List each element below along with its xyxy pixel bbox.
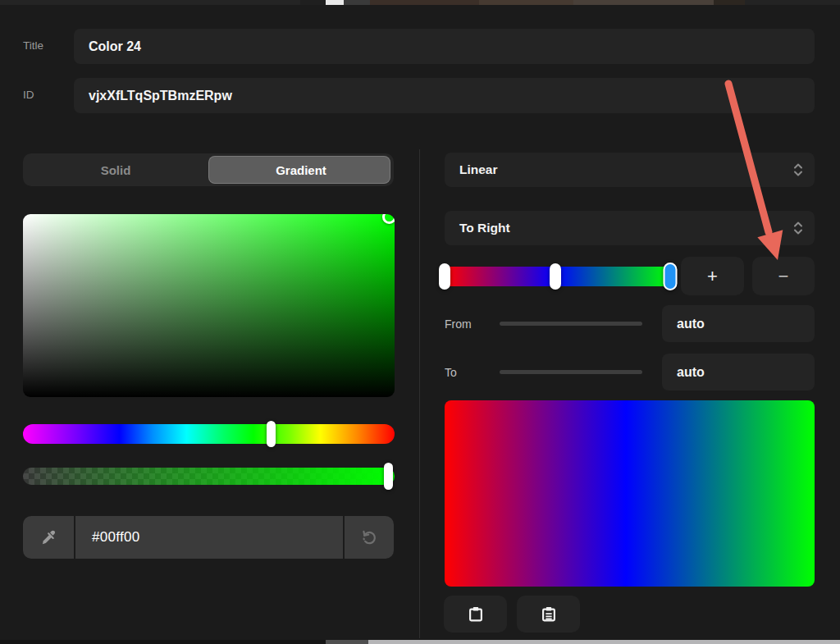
- hex-row: #00ff00: [23, 516, 394, 559]
- tab-gradient[interactable]: Gradient: [208, 153, 394, 186]
- color-editor-modal: Title Color 24 ID vjxXfLTqSpTBmzERpw Sol…: [0, 0, 840, 644]
- id-input[interactable]: vjxXfLTqSpTBmzERpw: [74, 78, 815, 113]
- add-stop-button[interactable]: +: [681, 257, 744, 295]
- mode-toggle: Solid Gradient: [23, 153, 394, 186]
- alpha-thumb[interactable]: [384, 463, 393, 490]
- alpha-slider[interactable]: [23, 468, 395, 485]
- top-edge-strip: [0, 0, 840, 5]
- to-slider[interactable]: [500, 370, 642, 374]
- plus-icon: +: [707, 266, 718, 287]
- saturation-picker[interactable]: [23, 214, 395, 397]
- bottom-edge-strip: [0, 640, 840, 644]
- title-label: Title: [23, 39, 43, 52]
- gradient-direction-select[interactable]: To Right: [445, 211, 815, 245]
- id-label: ID: [23, 89, 34, 101]
- chevron-updown-icon: [792, 221, 804, 236]
- gradient-direction-value: To Right: [459, 221, 510, 235]
- paste-button[interactable]: [517, 596, 580, 633]
- chevron-updown-icon: [792, 162, 804, 178]
- from-label: From: [445, 317, 472, 331]
- gradient-type-value: Linear: [459, 162, 498, 177]
- paste-icon: [540, 605, 558, 624]
- gradient-stop-track[interactable]: [445, 267, 670, 286]
- hex-input[interactable]: #00ff00: [75, 516, 343, 559]
- copy-icon: [467, 605, 485, 624]
- gradient-stop-thumb[interactable]: [664, 263, 678, 290]
- title-input[interactable]: Color 24: [74, 29, 815, 64]
- gradient-stop-thumb[interactable]: [439, 263, 450, 290]
- tab-gradient-label: Gradient: [276, 163, 326, 177]
- eyedropper-icon: [39, 528, 58, 547]
- to-value-field[interactable]: auto: [662, 354, 815, 391]
- hue-slider[interactable]: [23, 424, 395, 444]
- tab-solid[interactable]: Solid: [23, 153, 208, 186]
- saturation-cursor[interactable]: [382, 214, 395, 224]
- minus-icon: −: [778, 266, 789, 287]
- gradient-preview: [445, 400, 815, 587]
- from-slider[interactable]: [500, 322, 642, 326]
- gradient-stop-thumb[interactable]: [550, 263, 561, 290]
- reset-icon: [359, 528, 379, 547]
- gradient-type-select[interactable]: Linear: [445, 153, 815, 187]
- to-label: To: [445, 366, 457, 379]
- remove-stop-button[interactable]: −: [752, 257, 815, 295]
- copy-button[interactable]: [444, 596, 507, 633]
- hue-thumb[interactable]: [267, 421, 276, 447]
- eyedropper-button[interactable]: [23, 516, 74, 559]
- from-value-field[interactable]: auto: [662, 305, 815, 342]
- column-divider: [419, 149, 420, 638]
- reset-button[interactable]: [345, 516, 394, 559]
